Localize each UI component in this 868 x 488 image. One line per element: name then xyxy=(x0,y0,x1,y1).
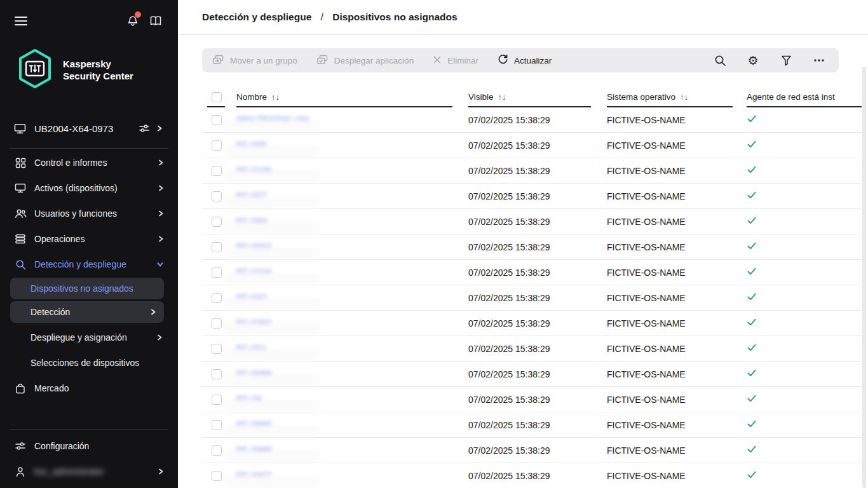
check-icon xyxy=(747,292,757,303)
search-icon xyxy=(14,259,27,270)
os-name: FICTIVE-OS-NAME xyxy=(607,115,747,125)
chevron-right-icon xyxy=(158,235,164,243)
sidebar-item-selecciones-de-dispositivos[interactable]: Selecciones de dispositivos xyxy=(0,350,178,376)
column-header-nombre[interactable]: Nombre xyxy=(236,92,267,102)
row-checkbox[interactable] xyxy=(212,369,222,379)
check-icon xyxy=(747,369,757,379)
app-window: Kaspersky Security Center UB2004-X64-097… xyxy=(0,0,868,488)
os-name: FICTIVE-OS-NAME xyxy=(607,395,747,405)
server-selector[interactable]: UB2004-X64-0973 xyxy=(0,119,169,137)
row-checkbox[interactable] xyxy=(212,445,222,456)
breadcrumb-link-deteccion[interactable]: Detección y despliegue xyxy=(202,11,311,22)
device-name-link[interactable]: PC-0960 xyxy=(236,420,271,430)
users-icon xyxy=(14,208,27,219)
os-name: FICTIVE-OS-NAME xyxy=(607,420,747,430)
search-icon[interactable] xyxy=(712,52,728,69)
device-name-link[interactable]: PC-0106 xyxy=(236,166,271,176)
row-checkbox[interactable] xyxy=(212,395,222,405)
sort-icon[interactable]: ↑↓ xyxy=(271,92,280,102)
os-name: FICTIVE-OS-NAME xyxy=(607,445,747,456)
check-icon xyxy=(747,267,757,278)
device-name-link[interactable]: SRV-TESTSC-VM xyxy=(236,115,308,125)
row-checkbox[interactable] xyxy=(212,344,222,354)
check-icon xyxy=(747,241,757,252)
chevron-right-icon xyxy=(158,184,164,192)
os-name: FICTIVE-OS-NAME xyxy=(607,242,747,252)
row-checkbox[interactable] xyxy=(212,318,222,329)
check-icon xyxy=(747,191,757,201)
os-name: FICTIVE-OS-NAME xyxy=(607,471,747,481)
check-icon xyxy=(747,445,757,456)
server-settings-icon[interactable] xyxy=(139,123,150,133)
row-checkbox[interactable] xyxy=(212,115,222,125)
row-checkbox[interactable] xyxy=(212,140,222,151)
device-name-link[interactable]: PC-0927 xyxy=(236,471,271,481)
sidebar-item-operaciones[interactable]: Operaciones xyxy=(0,226,178,252)
device-name-link[interactable]: PC-007 xyxy=(236,191,266,201)
select-all-checkbox[interactable] xyxy=(212,92,222,102)
os-name: FICTIVE-OS-NAME xyxy=(607,140,747,151)
sidebar-item-mercado[interactable]: Mercado xyxy=(0,376,178,401)
grid-icon xyxy=(14,158,27,168)
visible-timestamp: 07/02/2025 15:38:29 xyxy=(468,115,607,125)
device-name-link[interactable]: PC-0392 xyxy=(236,318,271,329)
brand: Kaspersky Security Center xyxy=(17,48,178,92)
row-checkbox[interactable] xyxy=(212,217,222,227)
table-row: PC-0927 07/02/2025 15:38:29 FICTIVE-OS-N… xyxy=(202,463,862,488)
device-name-link[interactable]: PC-0988 xyxy=(236,445,271,456)
device-name-link[interactable]: PC-005 xyxy=(236,140,266,151)
sidebar-item-deteccion-y-despliegue[interactable]: Detección y despliegue xyxy=(0,252,178,277)
chevron-right-icon xyxy=(158,210,164,217)
device-name-link[interactable]: PC-0002 xyxy=(236,242,271,252)
monitor-icon xyxy=(14,183,27,193)
column-header-agente-de-red[interactable]: Agente de red está inst xyxy=(747,92,835,102)
device-name-link[interactable]: PC-09 xyxy=(236,395,262,405)
sort-icon[interactable]: ↑↓ xyxy=(680,92,688,102)
visible-timestamp: 07/02/2025 15:38:29 xyxy=(468,140,607,151)
device-name-link[interactable]: PC-0098 xyxy=(236,369,271,379)
row-checkbox[interactable] xyxy=(212,293,222,303)
move-to-group-button[interactable]: Mover a un grupo xyxy=(212,54,297,67)
sidebar-item-deteccion[interactable]: Detección xyxy=(10,301,164,323)
gear-icon[interactable]: ⚙ xyxy=(745,52,761,69)
device-name-link[interactable]: PC-09A xyxy=(236,217,268,227)
row-checkbox[interactable] xyxy=(212,191,222,201)
sidebar-item-control-e-informes[interactable]: Control e informes xyxy=(0,150,178,175)
row-checkbox[interactable] xyxy=(212,471,222,481)
refresh-icon xyxy=(498,54,508,67)
sidebar-item-dispositivos-no-asignados[interactable]: Dispositivos no asignados xyxy=(10,278,164,299)
column-header-sistema-operativo[interactable]: Sistema operativo xyxy=(607,92,675,102)
more-options-icon[interactable] xyxy=(811,52,827,69)
sidebar-item-despliegue-y-asignacion[interactable]: Despliegue y asignación xyxy=(0,325,178,350)
row-checkbox[interactable] xyxy=(212,166,222,176)
chevron-right-icon xyxy=(158,159,164,166)
filter-icon[interactable] xyxy=(778,52,794,69)
sidebar-item-activos[interactable]: Activos (dispositivos) xyxy=(0,175,178,201)
device-name-link[interactable]: PC-001 xyxy=(236,344,266,354)
vertical-scrollbar[interactable] xyxy=(862,67,866,488)
table-row: PC-0098 07/02/2025 15:38:29 FICTIVE-OS-N… xyxy=(202,362,862,387)
visible-timestamp: 07/02/2025 15:38:29 xyxy=(468,191,607,201)
sidebar-top-bar xyxy=(0,0,178,28)
row-checkbox[interactable] xyxy=(212,242,222,252)
refresh-button[interactable]: Actualizar xyxy=(498,54,552,67)
documentation-book-icon[interactable] xyxy=(149,14,163,28)
deploy-application-icon xyxy=(316,54,329,67)
device-name-link[interactable]: PC-0104 xyxy=(236,268,271,278)
row-checkbox[interactable] xyxy=(212,268,222,278)
delete-button[interactable]: Eliminar xyxy=(433,55,478,66)
column-header-visible[interactable]: Visible xyxy=(468,92,494,102)
sidebar-item-user-account[interactable]: ksc_administrator xyxy=(0,459,178,484)
sidebar-item-usuarios[interactable]: Usuarios y funciones xyxy=(0,201,178,226)
row-checkbox[interactable] xyxy=(212,420,222,430)
content: Mover a un grupo Desplegar aplicación El… xyxy=(178,35,868,488)
toolbar-right-icons: ⚙ xyxy=(712,52,827,69)
table-row: PC-0106 07/02/2025 15:38:29 FICTIVE-OS-N… xyxy=(202,158,862,184)
sort-icon[interactable]: ↑↓ xyxy=(498,92,506,102)
sidebar-item-configuracion[interactable]: Configuración xyxy=(0,433,178,459)
deploy-application-button[interactable]: Desplegar aplicación xyxy=(316,54,414,67)
shopping-bag-icon xyxy=(14,383,27,394)
hamburger-menu-icon[interactable] xyxy=(14,14,28,28)
notifications-bell-icon[interactable] xyxy=(126,14,140,28)
device-name-link[interactable]: PC-042 xyxy=(236,293,266,303)
